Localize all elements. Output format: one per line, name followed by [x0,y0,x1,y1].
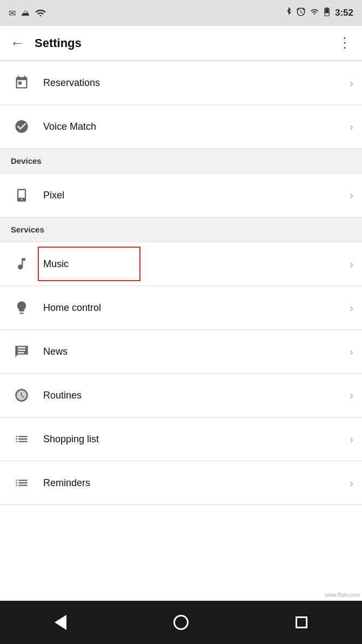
phone-icon [9,182,35,208]
reminders-icon [9,470,35,496]
chevron-right-icon: › [350,77,353,89]
chevron-right-icon: › [350,433,353,446]
more-options-button[interactable]: ⋮ [332,30,358,56]
chevron-right-icon: › [350,302,353,314]
lightbulb-icon [9,295,35,321]
list-item-news[interactable]: News › [0,330,362,373]
status-bar-left: ✉ ⛰ [9,8,46,18]
status-bar: ✉ ⛰ [0,0,362,26]
chevron-right-icon: › [350,389,353,402]
list-item-pixel[interactable]: Pixel › [0,174,362,217]
chevron-right-icon: › [350,189,353,202]
status-bar-right: 3:52 [285,7,353,19]
section-header-services: Services [0,217,362,242]
nav-recents-button[interactable] [280,601,323,644]
home-control-label: Home control [35,302,350,314]
back-arrow-icon: ← [10,35,24,51]
nav-home-icon [173,615,189,630]
list-item-reservations[interactable]: Reservations › [0,61,362,104]
signal-icon [310,8,319,18]
list-item-reminders[interactable]: Reminders › [0,461,362,504]
chevron-right-icon: › [350,258,353,270]
gmail-icon: ✉ [9,8,16,18]
status-time: 3:52 [335,8,353,18]
chevron-right-icon: › [350,477,353,489]
nav-back-icon [55,615,66,630]
list-item-routines[interactable]: Routines › [0,374,362,417]
more-options-icon: ⋮ [338,35,352,51]
chevron-right-icon: › [350,346,353,358]
voice-match-label: Voice Match [35,121,350,132]
battery-icon [323,7,331,19]
news-icon [9,338,35,364]
section-header-devices: Devices [0,149,362,173]
nav-recents-icon [296,616,307,628]
back-button[interactable]: ← [4,30,30,56]
svg-point-0 [39,15,41,16]
svg-rect-2 [326,8,329,9]
nav-bar [0,601,362,644]
news-label: News [35,346,350,357]
reminders-label: Reminders [35,477,350,489]
list-item-shopping-list[interactable]: Shopping list › [0,417,362,461]
pixel-label: Pixel [35,190,350,201]
routines-icon [9,382,35,408]
list-item-home-control[interactable]: Home control › [0,286,362,329]
shopping-list-label: Shopping list [35,434,350,445]
app-bar: ← Settings ⋮ [0,26,362,61]
wifi-icon [35,8,46,18]
list-item-voice-match[interactable]: Voice Match › [0,105,362,148]
bluetooth-icon [285,7,292,19]
svg-rect-3 [325,9,329,13]
routines-label: Routines [35,390,350,401]
reservations-label: Reservations [35,77,350,89]
nav-home-button[interactable] [159,601,203,644]
list-item-music[interactable]: Music › [0,242,362,286]
page-title: Settings [30,36,332,50]
alarm-icon [296,7,306,19]
calendar-icon [9,70,35,96]
music-label: Music [35,258,350,270]
shopping-list-icon [9,426,35,452]
photos-icon: ⛰ [21,8,30,18]
checkmark-icon [9,114,35,140]
music-icon [9,251,35,277]
watermark: www.ffam.com [325,592,360,598]
divider-11 [0,504,362,505]
nav-back-button[interactable] [39,601,82,644]
chevron-right-icon: › [350,121,353,133]
